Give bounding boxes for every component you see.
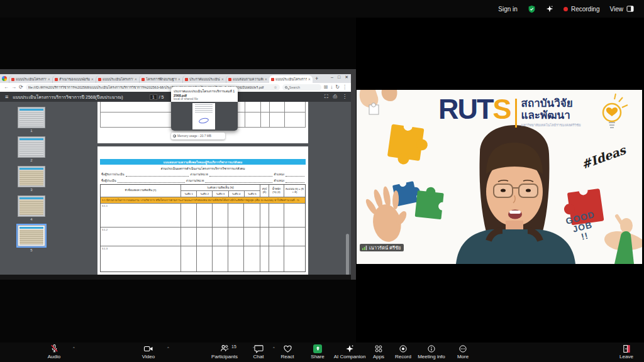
pdf-thumbnail-2[interactable] [18, 136, 45, 158]
pdf-print-icon[interactable]: ⎙ [333, 94, 337, 100]
apps-button[interactable]: Apps [367, 344, 390, 359]
meeting-toolbar: Audio ^ Video ^ Participants 15 ^ Chat ^ [0, 343, 644, 362]
maximize-button[interactable]: □ [338, 75, 340, 80]
pdf-favicon [228, 78, 231, 81]
view-button[interactable]: View [610, 6, 635, 13]
green-puzzle-piece [415, 186, 448, 220]
col-level-5: ระดับ 5 [245, 191, 260, 197]
video-options-chevron[interactable]: ^ [167, 346, 169, 350]
leave-button[interactable]: Leave [614, 344, 639, 359]
pdf-favicon [98, 78, 101, 81]
pdf-scrollbar[interactable] [346, 234, 349, 275]
screenshare-area: แบบประเมินโครงการบริการวิชาการ 4-68✕ สำเ… [0, 18, 356, 343]
tab-close-icon[interactable]: ✕ [308, 77, 311, 81]
pdf-thumbnail-3[interactable] [18, 166, 45, 187]
memory-gauge-icon [173, 134, 176, 138]
more-button[interactable]: More [452, 344, 474, 359]
leave-icon [622, 344, 631, 353]
view-layout-icon [626, 6, 634, 12]
pdf-current-page-input[interactable]: 1 [150, 94, 157, 100]
browser-tab-3[interactable]: แบบประเมินโครงการบริการวิชาการ 4-68✕ [96, 75, 139, 83]
tab-close-icon[interactable]: ✕ [91, 77, 94, 81]
pdf-sidebar-toggle-icon[interactable]: ≡ [5, 94, 8, 100]
forward-icon[interactable]: → [11, 85, 16, 90]
participant-video-tile[interactable]: RUTS สถาบันวิจัย และพัฒนา มหาวิทยาลัยเทค… [357, 90, 642, 264]
apps-grid-icon [374, 344, 383, 353]
search-hint: Search [289, 85, 300, 89]
table-header: หัวข้อแสดงความคิดเห็น (ก) ระดับความคิดเห… [101, 185, 305, 197]
doc-header-bar: แบบสอบถามความพึงพอใจของผู้รับบริการวิชาก… [100, 159, 306, 165]
participants-button[interactable]: Participants [203, 344, 247, 359]
preview-subtitle: local or shared file [174, 97, 235, 101]
audio-button[interactable]: Audio [39, 344, 69, 359]
thumbnail-number: 4 [18, 217, 45, 221]
window-controls: – □ ✕ [331, 75, 348, 80]
minimize-button[interactable]: – [331, 75, 333, 80]
tab-close-icon[interactable]: ✕ [135, 77, 137, 81]
pdf-favicon [142, 78, 145, 81]
pdf-thumbnail-5-selected[interactable] [18, 225, 45, 246]
ai-companion-button[interactable]: AI Companion [328, 344, 371, 359]
sign-in-button[interactable]: Sign in [498, 6, 518, 13]
tab-close-icon[interactable]: ✕ [48, 77, 50, 81]
pdf-thumbnail-1[interactable] [18, 107, 45, 128]
preview-title-line1: ประกาศแบบประเมินโครงการบริการเล่มที่ 1 [174, 89, 235, 94]
recording-indicator[interactable]: Recording [564, 6, 600, 13]
outline-puzzle-icon [369, 103, 379, 114]
participants-count-badge: 15 [231, 344, 236, 349]
pdf-present-icon[interactable]: ⛶ [325, 94, 328, 100]
browser-tab-6[interactable]: แบบสอบถามความคิดเห็นผู้รับบริการ✕ [226, 75, 269, 83]
encryption-shield-icon[interactable] [528, 5, 536, 13]
col-topic: หัวข้อแสดงความคิดเห็น (ก) [101, 185, 181, 197]
tab-close-icon[interactable]: ✕ [178, 77, 180, 81]
pdf-page-5: แบบสอบถามความพึงพอใจของผู้รับบริการวิชาก… [97, 146, 308, 275]
col-weight: น้ำหนัก (%) (ง) [269, 185, 284, 197]
browser-logo-icon [2, 76, 7, 81]
share-button[interactable]: Share [306, 344, 330, 359]
browser-tab-2[interactable]: สำเนาของแบบฟอร์ม ก.✕ [52, 75, 96, 83]
back-icon[interactable]: ← [4, 85, 9, 90]
chat-options-chevron[interactable]: ^ [273, 346, 275, 350]
participant-person [456, 125, 575, 264]
logo-thai-line1: สถาบันวิจัย [521, 97, 581, 109]
table-row: 3.1.1 [101, 204, 305, 228]
table-row: 3.1.3 [101, 246, 305, 272]
browser-tab-7-active[interactable]: แบบประเมินโครงการบริการวิชาการปี 2✕ [269, 75, 313, 83]
chat-button[interactable]: Chat [247, 344, 270, 359]
history-icon[interactable]: ↻ [335, 85, 340, 90]
split-grid-icon[interactable]: ⊞ [324, 85, 328, 90]
recording-dot-icon [564, 7, 568, 11]
pdf-thumbnail-4[interactable] [18, 195, 45, 217]
close-button[interactable]: ✕ [345, 75, 348, 80]
downloads-icon[interactable]: ↓ [330, 85, 333, 90]
thumbnail-number: 5 [18, 248, 45, 252]
browser-tab-5[interactable]: ประกาศแบบประเมินโครงการบริการเล่มที่ 1✕ [182, 75, 226, 83]
col-sum: สรุป (ค) [260, 185, 269, 197]
more-icon [458, 344, 467, 353]
new-tab-button[interactable]: + [315, 75, 318, 82]
pdf-more-icon[interactable]: ⋮ [342, 94, 347, 100]
pdf-toolbar-right: ⛶ ⎙ ⋮ [325, 94, 347, 100]
reload-icon[interactable]: ⟳ [19, 85, 23, 90]
meeting-info-button[interactable]: Meeting info [414, 344, 449, 359]
pdf-favicon [271, 78, 274, 81]
tab-close-icon[interactable]: ✕ [221, 77, 224, 81]
audio-options-chevron[interactable]: ^ [73, 346, 75, 350]
tab-close-icon[interactable]: ✕ [265, 77, 267, 81]
bookmark-star-icon[interactable]: ☆ [274, 85, 277, 89]
browser-menu-icon[interactable]: ⋮ [342, 85, 347, 90]
participants-icon [219, 344, 230, 353]
chat-bubble-icon [254, 344, 264, 353]
react-button[interactable]: React [275, 344, 299, 359]
viewer-bottom-strip [0, 275, 351, 280]
video-button[interactable]: Video [133, 344, 164, 359]
browser-tab-4[interactable]: โครงการฝึกอบรมฐานข้อมูล รายงานผล✕ [139, 75, 182, 83]
pdf-favicon [185, 78, 188, 81]
ai-companion-topbar-icon[interactable] [546, 5, 553, 13]
browser-tab-1[interactable]: แบบประเมินโครงการบริการวิชาการ 4-68✕ [9, 75, 52, 83]
search-box[interactable]: Search [282, 84, 321, 90]
address-field[interactable]: file:///D:/คก%20บริการวิชาการ%202568/แบบ… [26, 84, 280, 90]
logo-university-name: มหาวิทยาลัยเทคโนโลยีราชมงคลศรีวิชัย [521, 123, 581, 128]
preview-thumbnail [171, 102, 238, 131]
pdf-favicon [55, 78, 58, 81]
